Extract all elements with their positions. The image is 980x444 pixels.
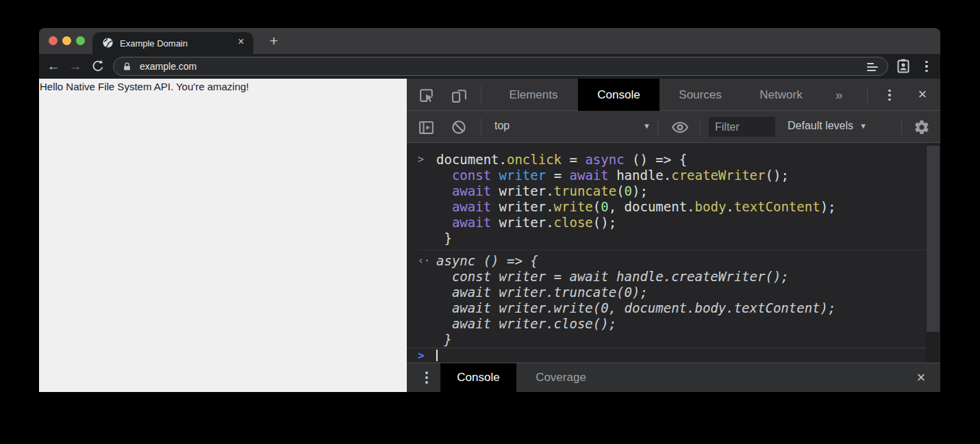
- more-tabs-glyph: »: [835, 88, 843, 103]
- reload-icon[interactable]: [89, 57, 107, 75]
- drawer-tab-console[interactable]: Console: [440, 363, 516, 392]
- profile-avatar-icon[interactable]: [895, 57, 913, 75]
- console-sidebar-icon[interactable]: [416, 118, 436, 137]
- tab-title: Example Domain: [120, 38, 188, 49]
- url-text: example.com: [140, 61, 197, 72]
- tab-strip: Example Domain × +: [39, 28, 940, 54]
- drawer-close-icon[interactable]: ×: [912, 369, 930, 387]
- tab-console[interactable]: Console: [578, 79, 659, 111]
- console-scrollbar-thumb[interactable]: [927, 146, 940, 332]
- text-caret: [436, 350, 438, 361]
- browser-toolbar: ← → example.com: [39, 54, 940, 79]
- console-code-result: async () => { const writer = await handl…: [436, 253, 835, 348]
- console-scrollbar-track[interactable]: [926, 144, 940, 363]
- devtools-menu-icon[interactable]: [883, 86, 896, 105]
- device-toolbar-icon[interactable]: [449, 86, 468, 105]
- console-prompt[interactable]: >: [407, 348, 926, 363]
- tab-sources-label: Sources: [679, 88, 721, 102]
- log-levels-label: Default levels: [788, 120, 853, 132]
- drawer-tab-coverage[interactable]: Coverage: [516, 363, 605, 392]
- window-zoom-button[interactable]: [76, 36, 85, 45]
- clear-console-icon[interactable]: [449, 118, 468, 137]
- tab-console-label: Console: [597, 88, 640, 102]
- lock-icon: [123, 62, 131, 72]
- back-icon[interactable]: ←: [45, 57, 62, 75]
- page-text: Hello Native File System API. You're ama…: [40, 81, 249, 92]
- input-marker-icon: >: [418, 152, 436, 168]
- globe-favicon-icon: [102, 37, 114, 49]
- reader-mode-icon[interactable]: [867, 63, 878, 73]
- drawer-tab-coverage-label: Coverage: [536, 371, 586, 384]
- devtools-tabbar: Elements Console Sources Network » ×: [407, 79, 940, 111]
- filter-input[interactable]: [709, 117, 775, 137]
- prompt-chevron-icon: >: [418, 349, 425, 363]
- tab-sources[interactable]: Sources: [667, 79, 733, 111]
- chevron-down-icon: ▼: [859, 122, 867, 130]
- web-page: Hello Native File System API. You're ama…: [39, 79, 407, 392]
- tab-elements-label: Elements: [510, 88, 558, 102]
- forward-icon[interactable]: →: [66, 57, 84, 75]
- devtools-panel: Elements Console Sources Network » ×: [407, 79, 940, 392]
- tab-close-icon[interactable]: ×: [234, 36, 248, 48]
- drawer-menu-icon[interactable]: [420, 368, 434, 387]
- devtools-drawer: Console Coverage ×: [407, 363, 940, 392]
- browser-menu-icon[interactable]: [920, 57, 933, 75]
- frame-context-selector[interactable]: top ▼: [486, 111, 655, 143]
- browser-window: Example Domain × + ← → example.com Hello…: [39, 28, 940, 392]
- window-close-button[interactable]: [49, 36, 58, 45]
- window-minimize-button[interactable]: [62, 36, 71, 45]
- inspect-element-icon[interactable]: [416, 86, 436, 105]
- more-tabs-icon[interactable]: »: [827, 79, 851, 111]
- devtools-close-icon[interactable]: ×: [914, 86, 931, 103]
- console-messages: >document.onclick = async () => { const …: [407, 144, 926, 348]
- frame-context-label: top: [494, 120, 510, 132]
- console-entry-input: >document.onclick = async () => { const …: [418, 149, 926, 250]
- tab-network-label: Network: [759, 88, 802, 102]
- settings-gear-icon[interactable]: [912, 118, 931, 137]
- drawer-tab-console-label: Console: [457, 371, 499, 384]
- chevron-down-icon: ▼: [643, 122, 651, 130]
- tab-elements[interactable]: Elements: [497, 79, 570, 111]
- live-expression-eye-icon[interactable]: [670, 118, 690, 137]
- tab-network[interactable]: Network: [747, 79, 815, 111]
- log-levels-selector[interactable]: Default levels ▼: [788, 120, 867, 132]
- new-tab-button[interactable]: +: [264, 31, 284, 51]
- result-marker-icon: ‹·: [418, 253, 436, 269]
- browser-tab[interactable]: Example Domain ×: [92, 32, 253, 54]
- address-bar[interactable]: example.com: [113, 57, 888, 76]
- console-entry-result: ‹·async () => { const writer = await han…: [418, 250, 926, 348]
- console-toolbar: top ▼ Default levels ▼: [407, 111, 940, 143]
- console-code-input: document.onclick = async () => { const w…: [436, 152, 836, 246]
- window-content: Hello Native File System API. You're ama…: [39, 79, 940, 392]
